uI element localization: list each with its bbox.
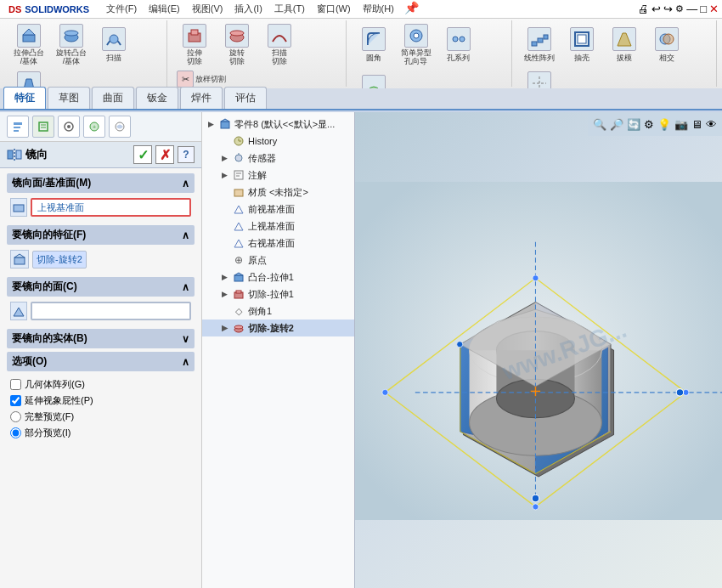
tree-item-boss1[interactable]: ▶ 凸台-拉伸1 (202, 269, 354, 286)
feature-manager-icon[interactable] (7, 116, 29, 138)
tree-item-origin[interactable]: ⊕ 原点 (202, 252, 354, 269)
menu-edit[interactable]: 编辑(E) (144, 1, 185, 17)
mirror-faces-input[interactable] (31, 302, 191, 320)
svg-rect-38 (14, 205, 24, 212)
svg-point-31 (67, 125, 71, 128)
rotate-icon[interactable]: 🔄 (627, 118, 640, 131)
svg-point-9 (230, 31, 244, 36)
extend-visual-checkbox[interactable] (10, 395, 21, 406)
intersect-button[interactable]: 相交 (646, 22, 687, 68)
menu-help[interactable]: 帮助(H) (358, 1, 399, 17)
quick-access: 🖨 ↩ ↪ ⚙ — □ ✕ (638, 3, 719, 15)
tree-item-material[interactable]: 材质 <未指定> (202, 184, 354, 201)
settings2-icon[interactable]: ⚙ (644, 118, 654, 131)
tree-item-right-plane[interactable]: 右视基准面 (202, 235, 354, 252)
mirror-face-header[interactable]: 镜向面/基准面(M) ∧ (7, 173, 195, 193)
redo-icon[interactable]: ↪ (663, 3, 673, 15)
mirror-faces-header[interactable]: 要镜向的面(C) ∧ (7, 277, 195, 297)
display-icon[interactable]: 🖥 (691, 118, 702, 131)
menu-tools[interactable]: 工具(T) (269, 1, 310, 17)
mirror-bodies-header[interactable]: 要镜向的实体(B) ∨ (7, 329, 195, 348)
mirror-faces-label: 要镜向的面(C) (12, 280, 77, 294)
ref-geom-button[interactable]: 参考几何体 (519, 70, 560, 88)
geom-array-checkbox[interactable] (10, 379, 21, 390)
tab-surface[interactable]: 曲面 (92, 87, 134, 109)
search-icon[interactable]: 🔍 (593, 118, 606, 131)
property-manager-icon[interactable] (32, 116, 54, 138)
close-icon[interactable]: ✕ (709, 3, 719, 15)
dim-expert-icon[interactable]: + (83, 116, 105, 138)
tree-item-history[interactable]: History (202, 133, 354, 150)
right-area: 🔍 🔎 🔄 ⚙ 💡 📷 🖥 👁 ▶ 零件8 (默认<<默认>显... (202, 112, 722, 588)
partial-preview-radio[interactable] (10, 427, 21, 438)
tree-item-cut1[interactable]: ▶ 切除-拉伸1 (202, 286, 354, 302)
mirror-features-header[interactable]: 要镜向的特征(F) ∧ (7, 225, 195, 245)
ds-logo: DS (8, 4, 21, 14)
feature-selector-icon (10, 250, 29, 269)
surface-button[interactable]: 曲面 (353, 70, 394, 88)
tree-label-part: 零件8 (默认<<默认>显... (234, 118, 335, 131)
print-icon[interactable]: 🖨 (638, 3, 649, 15)
menu-view[interactable]: 视图(V) (187, 1, 228, 17)
tree-item-annotation[interactable]: ▶ 注解 (202, 167, 354, 184)
shell-button[interactable]: 抽壳 (561, 22, 602, 68)
view-icon[interactable]: 👁 (706, 118, 717, 131)
hole-wizard-button[interactable]: 简单异型孔向导 (396, 22, 437, 68)
draft-button[interactable]: 拔模 (604, 22, 645, 68)
undo-icon[interactable]: ↩ (651, 3, 661, 15)
fillet-button[interactable]: 圆角 (353, 22, 394, 68)
sweep-button[interactable]: 扫描 (93, 22, 134, 68)
loft-cut-button[interactable]: ✂ 放样切割 (174, 70, 228, 88)
tab-sheet-metal[interactable]: 钣金 (136, 87, 178, 109)
loft-cut-icon: ✂ (177, 71, 194, 88)
hole-series-button[interactable]: 孔系列 (438, 22, 479, 68)
hole-series-icon (447, 27, 471, 51)
tree-item-cut-revolve2[interactable]: ▶ 切除-旋转2 (202, 319, 354, 336)
cancel-button[interactable]: ✗ (155, 145, 174, 164)
full-preview-radio[interactable] (10, 411, 21, 422)
help-button[interactable]: ? (178, 146, 195, 163)
revolve-cut-button[interactable]: 旋转切除 (217, 22, 257, 68)
loft-boss-button[interactable]: 放样凸台/基体 (8, 70, 49, 88)
revolve-boss-button[interactable]: 旋转凸台/基体 (51, 22, 92, 68)
logo-area: DS SOLIDWORKS (3, 3, 94, 16)
options-header[interactable]: 选项(O) ∧ (7, 352, 195, 371)
feature-item: 切除-旋转2 (32, 251, 87, 269)
tree-item-top-plane[interactable]: 上视基准面 (202, 218, 354, 235)
config-manager-icon[interactable] (58, 116, 80, 138)
draft-icon (612, 27, 636, 51)
tab-sketch[interactable]: 草图 (48, 87, 90, 109)
mirror-bodies-section: 要镜向的实体(B) ∨ (7, 329, 195, 348)
zoom-icon[interactable]: 🔎 (610, 118, 623, 131)
tree-item-sensor[interactable]: ▶ 传感器 (202, 150, 354, 167)
tree-item-part[interactable]: ▶ 零件8 (默认<<默认>显... (202, 116, 354, 133)
minimize-icon[interactable]: — (686, 3, 697, 15)
tab-features[interactable]: 特征 (3, 87, 46, 109)
maximize-icon[interactable]: □ (700, 3, 707, 15)
tree-icon-boss1 (232, 270, 245, 284)
sweep-cut-button[interactable]: 扫描切除 (259, 22, 300, 68)
menu-window[interactable]: 窗口(W) (312, 1, 356, 17)
camera-icon[interactable]: 📷 (674, 118, 688, 131)
svg-rect-16 (544, 35, 548, 39)
tab-weldment[interactable]: 焊件 (180, 87, 223, 109)
ribbon: 拉伸凸台/基体 旋转凸台/基体 扫描 (0, 19, 722, 112)
svg-marker-55 (234, 240, 243, 247)
options-icon[interactable]: ⚙ (675, 3, 684, 14)
tree-item-front-plane[interactable]: 前视基准面 (202, 201, 354, 218)
viewport[interactable]: www.RJG... (355, 112, 722, 588)
tab-evaluate[interactable]: 评估 (224, 87, 267, 109)
fillet-icon (362, 27, 386, 51)
extrude-boss-button[interactable]: 拉伸凸台/基体 (8, 22, 49, 68)
linear-pattern-button[interactable]: 线性阵列 (519, 22, 560, 68)
extrude-cut-button[interactable]: 拉伸切除 (174, 22, 215, 68)
ok-button[interactable]: ✓ (133, 145, 152, 164)
tree-icon-right (232, 236, 245, 250)
mirror-plane-input[interactable] (31, 198, 191, 217)
light-icon[interactable]: 💡 (657, 118, 671, 131)
tree-icon-front (232, 202, 245, 216)
tree-item-chamfer[interactable]: ◇ 倒角1 (202, 302, 354, 319)
menu-insert[interactable]: 插入(I) (229, 1, 267, 17)
menu-file[interactable]: 文件(F) (101, 1, 142, 17)
appearance-icon[interactable] (109, 116, 131, 138)
